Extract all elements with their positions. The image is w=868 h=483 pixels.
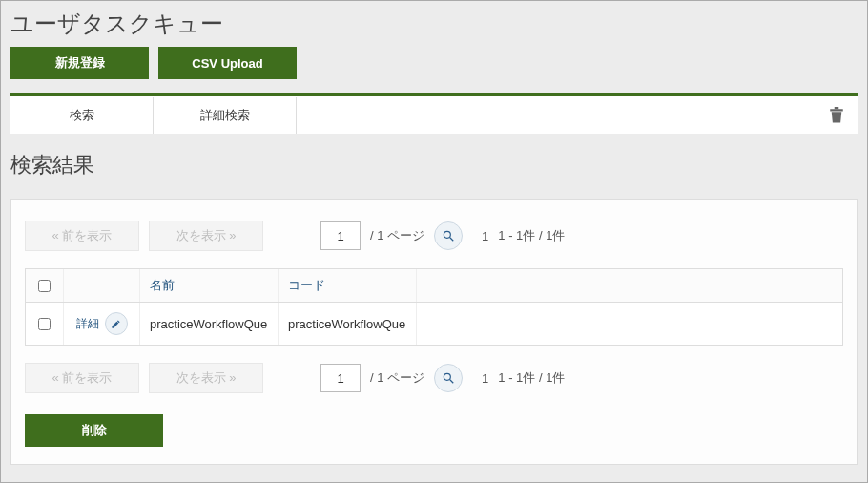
page-total-label-bottom: / 1 ページ	[370, 369, 424, 387]
edit-button[interactable]	[105, 312, 128, 335]
search-icon	[442, 371, 455, 385]
header-rest	[417, 269, 842, 302]
pencil-icon	[111, 319, 121, 329]
row-name-cell: practiceWorkflowQue	[140, 303, 279, 345]
table-row: 詳細 practiceWorkflowQue practiceWorkflowQ…	[26, 303, 842, 345]
search-icon	[442, 229, 455, 242]
results-panel: « 前を表示 次を表示 » / 1 ページ 1 1 - 1件 / 1件 名前 コ…	[10, 199, 858, 465]
page-total-label: / 1 ページ	[370, 227, 424, 244]
toolbar: 新規登録 CSV Upload	[1, 43, 867, 93]
header-actions-cell	[64, 269, 140, 302]
svg-line-3	[450, 238, 454, 242]
page-title: ユーザタスクキュー	[1, 1, 867, 43]
svg-line-5	[450, 380, 454, 384]
results-table: 名前 コード 詳細 practiceWorkflowQue practiceWo…	[25, 268, 843, 346]
paginator-bottom: « 前を表示 次を表示 » / 1 ページ 1 1 - 1件 / 1件	[25, 363, 843, 393]
svg-rect-1	[834, 107, 838, 109]
paginator-top: « 前を表示 次を表示 » / 1 ページ 1 1 - 1件 / 1件	[25, 220, 843, 251]
header-check-cell	[26, 269, 64, 302]
svg-rect-0	[830, 109, 843, 111]
tab-search[interactable]: 検索	[10, 97, 154, 134]
csv-upload-button[interactable]: CSV Upload	[158, 47, 297, 79]
page-go-button[interactable]	[434, 221, 463, 250]
svg-point-4	[444, 373, 450, 380]
page-go-button-bottom[interactable]	[434, 364, 463, 392]
detail-link[interactable]: 詳細	[76, 316, 99, 332]
select-all-checkbox[interactable]	[38, 280, 51, 292]
delete-button[interactable]: 削除	[25, 414, 163, 447]
spacer	[297, 97, 815, 134]
page-number-input-bottom[interactable]	[320, 364, 361, 392]
tab-advanced-search[interactable]: 詳細検索	[154, 97, 297, 134]
next-page-button-bottom[interactable]: 次を表示 »	[149, 363, 263, 393]
count-range: 1 - 1件 / 1件	[498, 227, 565, 244]
header-name-label: 名前	[150, 277, 175, 294]
row-code-cell: practiceWorkflowQue	[279, 303, 417, 345]
count-range-bottom: 1 - 1件 / 1件	[498, 369, 565, 387]
row-actions-cell: 詳細	[64, 303, 140, 345]
trash-button[interactable]	[815, 97, 858, 134]
count-index-bottom: 1	[482, 371, 488, 386]
page-number-input[interactable]	[320, 221, 361, 250]
trash-icon	[828, 105, 845, 126]
header-name[interactable]: 名前	[140, 269, 279, 302]
page-root: ユーザタスクキュー 新規登録 CSV Upload 検索 詳細検索 検索結果 «…	[0, 0, 868, 483]
new-button[interactable]: 新規登録	[10, 47, 149, 79]
page-total: 1 ページ	[377, 228, 424, 242]
results-title: 検索結果	[1, 134, 867, 189]
next-page-button[interactable]: 次を表示 »	[149, 220, 263, 251]
table-header-row: 名前 コード	[26, 269, 842, 303]
svg-point-2	[444, 231, 450, 238]
page-total: 1 ページ	[377, 370, 424, 385]
row-check-cell	[26, 303, 64, 345]
prev-page-button[interactable]: « 前を表示	[25, 220, 139, 251]
search-tab-bar: 検索 詳細検索	[10, 96, 858, 134]
count-index: 1	[482, 229, 488, 243]
row-rest-cell	[417, 303, 842, 345]
prev-page-button-bottom[interactable]: « 前を表示	[25, 363, 139, 393]
header-code-label: コード	[288, 277, 325, 294]
header-code[interactable]: コード	[279, 269, 417, 302]
row-checkbox[interactable]	[38, 318, 51, 330]
